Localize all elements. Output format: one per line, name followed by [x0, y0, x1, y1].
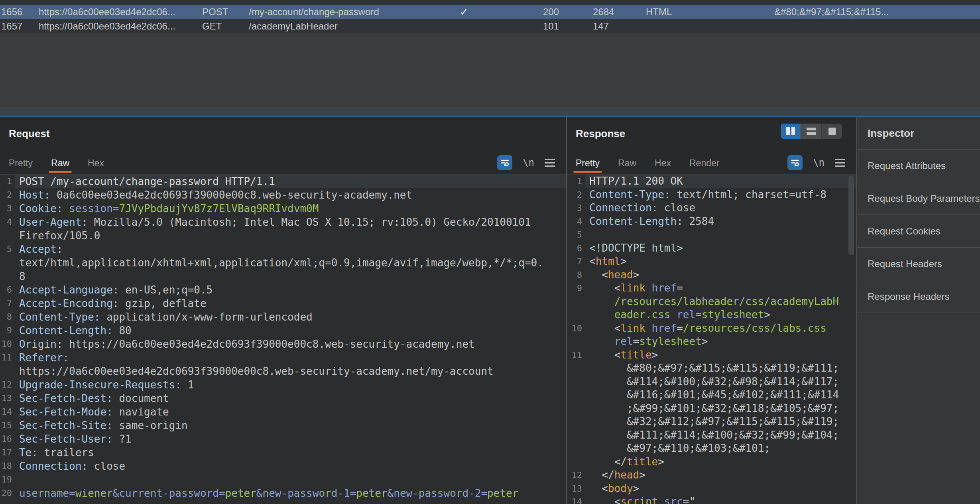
- editor-line: 1HTTP/1.1 200 OK: [567, 175, 856, 188]
- editor-line: 19: [0, 473, 566, 486]
- line-number: 8: [567, 268, 585, 282]
- inspector-section-request-headers[interactable]: Request Headers: [857, 248, 980, 280]
- response-editor-toolbar: \n: [787, 155, 845, 174]
- editor-line: 6Accept-Language: en-US,en;q=0.5: [0, 283, 566, 297]
- response-tab-pretty[interactable]: Pretty: [576, 158, 600, 174]
- editor-line: 12 </head>: [567, 469, 856, 482]
- line-content: <link href=: [585, 282, 856, 295]
- word-wrap-toggle-button[interactable]: [497, 155, 512, 170]
- split-rows-layout-button[interactable]: [801, 124, 821, 139]
- line-number: 7: [567, 255, 585, 268]
- show-newlines-toggle[interactable]: \n: [813, 157, 825, 168]
- request-raw-editor[interactable]: 1POST /my-account/change-password HTTP/1…: [0, 174, 566, 504]
- line-number: 10: [0, 337, 15, 351]
- editor-line: 3Connection: close: [567, 201, 856, 215]
- editor-line: 13Sec-Fetch-Dest: document: [0, 392, 566, 405]
- line-number: 6: [0, 283, 15, 297]
- response-vertical-scrollbar[interactable]: [848, 175, 854, 255]
- line-content: Firefox/105.0: [15, 229, 566, 242]
- editor-line: 9Content-Length: 80: [0, 324, 566, 337]
- editor-line: &#114;&#100;&#32;&#98;&#114;&#117;: [567, 375, 856, 389]
- table-cell: /my-account/change-password: [248, 5, 458, 19]
- editor-line: &#32;&#112;&#97;&#115;&#115;&#119;: [567, 415, 856, 429]
- single-pane-layout-button[interactable]: [822, 124, 842, 139]
- line-content: </head>: [585, 469, 856, 482]
- inspector-section-request-body-parameters[interactable]: Request Body Parameters: [857, 182, 980, 215]
- editor-line: 14 <script src=": [567, 495, 856, 504]
- word-wrap-icon: [790, 158, 800, 168]
- line-number: 13: [0, 392, 15, 405]
- editor-line: 1POST /my-account/change-password HTTP/1…: [0, 175, 566, 188]
- editor-line: 8Content-Type: application/x-www-form-ur…: [0, 310, 566, 324]
- line-number: 1: [0, 175, 15, 188]
- request-tab-pretty[interactable]: Pretty: [9, 158, 33, 174]
- table-row[interactable]: 1657https://0a6c00ee03ed4e2dc06...GET/ac…: [0, 19, 980, 33]
- table-cell: /academyLabHeader: [248, 19, 458, 33]
- editor-line: Firefox/105.0: [0, 229, 566, 242]
- editor-line: 2Host: 0a6c00ee03ed4e2dc0693f39000e00c8.…: [0, 188, 566, 202]
- editor-line: eader.css rel=stylesheet>: [567, 308, 856, 322]
- inspector-section-request-cookies[interactable]: Request Cookies: [857, 215, 980, 248]
- line-number: 14: [567, 495, 585, 504]
- line-number: 10: [567, 322, 585, 335]
- line-content: eader.css rel=stylesheet>: [585, 308, 856, 322]
- line-content: rel=stylesheet>: [585, 335, 856, 348]
- line-number: [0, 256, 15, 270]
- editor-line: 4Content-Length: 2584: [567, 215, 856, 228]
- line-number: [567, 335, 585, 348]
- response-pretty-editor[interactable]: 1HTTP/1.1 200 OK2Content-Type: text/html…: [567, 174, 856, 504]
- line-number: [567, 429, 585, 442]
- response-tab-raw[interactable]: Raw: [618, 158, 636, 174]
- line-content: https://0a6c00ee03ed4e2dc0693f39000e00c8…: [15, 364, 566, 378]
- split-columns-layout-button[interactable]: [781, 124, 801, 139]
- word-wrap-toggle-button[interactable]: [787, 155, 803, 170]
- line-content: &#114;&#100;&#32;&#98;&#114;&#117;: [585, 375, 856, 389]
- editor-line: 14Sec-Fetch-Mode: navigate: [0, 405, 566, 419]
- line-number: 1: [567, 175, 585, 188]
- message-editor-area: Request PrettyRawHex \n 1POST /my-acc: [0, 117, 980, 504]
- line-number: 9: [0, 324, 15, 337]
- line-number: 12: [567, 469, 585, 482]
- show-newlines-toggle[interactable]: \n: [523, 157, 534, 168]
- line-number: [567, 455, 585, 469]
- editor-line: 20username=wiener&current-password=peter…: [0, 486, 566, 500]
- line-content: Referer:: [15, 351, 566, 364]
- line-number: 16: [0, 432, 15, 446]
- editor-line: 10 <link href=/resources/css/labs.css: [567, 322, 856, 335]
- request-editor-menu-icon[interactable]: [545, 159, 555, 167]
- response-tab-render[interactable]: Render: [689, 158, 719, 174]
- line-content: Accept-Language: en-US,en;q=0.5: [15, 283, 566, 297]
- inspector-panel: Inspector Request AttributesRequest Body…: [857, 117, 980, 504]
- line-content: Sec-Fetch-Site: same-origin: [15, 419, 566, 432]
- editor-line: 10Origin: https://0a6c00ee03ed4e2dc0693f…: [0, 337, 566, 351]
- line-content: [15, 473, 566, 486]
- editor-line: &#116;&#101;&#45;&#102;&#111;&#114: [567, 388, 856, 402]
- editor-line: /resources/labheader/css/academyLabH: [567, 295, 856, 309]
- line-content: <link href=/resources/css/labs.css: [585, 322, 856, 335]
- editor-line: 18Connection: close: [0, 459, 566, 473]
- request-tab-hex[interactable]: Hex: [88, 158, 104, 174]
- editor-line: 7<html>: [567, 255, 856, 268]
- request-tab-raw[interactable]: Raw: [51, 158, 69, 174]
- editor-line: 3Cookie: session=7JVyPbdaujYv87z7ElVBaq9…: [0, 202, 566, 215]
- word-wrap-icon: [500, 158, 510, 168]
- response-editor-menu-icon[interactable]: [835, 159, 845, 167]
- table-cell: [458, 19, 540, 33]
- line-content: &#111;&#114;&#100;&#32;&#99;&#104;: [585, 429, 856, 442]
- http-history-table[interactable]: 1656https://0a6c00ee03ed4e2dc06...POST/m…: [0, 0, 980, 117]
- table-cell: &#80;&#97;&#115;&#115...: [771, 5, 980, 19]
- response-tab-hex[interactable]: Hex: [655, 158, 671, 174]
- inspector-section-request-attributes[interactable]: Request Attributes: [857, 150, 980, 182]
- editor-line: &#97;&#110;&#103;&#101;: [567, 442, 856, 455]
- inspector-title: Inspector: [857, 117, 980, 150]
- table-cell: ✓: [458, 5, 540, 19]
- inspector-section-response-headers[interactable]: Response Headers: [857, 280, 980, 313]
- editor-line: 4User-Agent: Mozilla/5.0 (Macintosh; Int…: [0, 215, 566, 229]
- editor-line: https://0a6c00ee03ed4e2dc0693f39000e00c8…: [0, 364, 566, 378]
- table-cell: HTML: [644, 5, 771, 19]
- table-row-partial[interactable]: [0, 0, 980, 5]
- line-number: 20: [0, 486, 15, 500]
- table-horizontal-scrollbar[interactable]: [0, 107, 980, 116]
- table-row[interactable]: 1656https://0a6c00ee03ed4e2dc06...POST/m…: [0, 5, 980, 19]
- editor-line: </title>: [567, 455, 856, 469]
